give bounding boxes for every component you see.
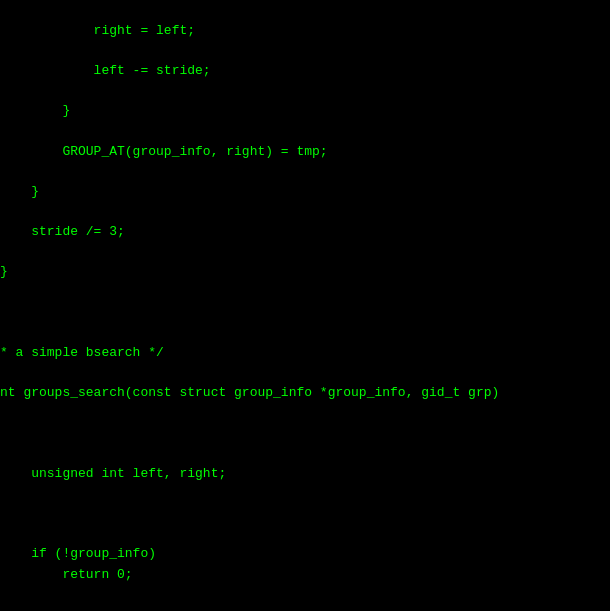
code-line: } bbox=[0, 182, 610, 202]
code-line bbox=[0, 41, 610, 61]
code-editor: right = left; left -= stride; } GROUP_AT… bbox=[0, 0, 610, 611]
code-line bbox=[0, 444, 610, 464]
code-line bbox=[0, 403, 610, 423]
code-line bbox=[0, 605, 610, 611]
code-line: } bbox=[0, 262, 610, 282]
code-line: stride /= 3; bbox=[0, 222, 610, 242]
code-line bbox=[0, 162, 610, 182]
code-line bbox=[0, 323, 610, 343]
code-line bbox=[0, 424, 610, 444]
code-line: right = left; bbox=[0, 21, 610, 41]
code-line: if (!group_info) bbox=[0, 544, 610, 564]
code-line bbox=[0, 202, 610, 222]
code-line bbox=[0, 81, 610, 101]
code-line bbox=[0, 242, 610, 262]
code-line bbox=[0, 484, 610, 504]
code-line: nt groups_search(const struct group_info… bbox=[0, 383, 610, 403]
code-line: return 0; bbox=[0, 565, 610, 585]
code-line: GROUP_AT(group_info, right) = tmp; bbox=[0, 142, 610, 162]
code-line bbox=[0, 363, 610, 383]
code-line bbox=[0, 524, 610, 544]
code-line: } bbox=[0, 101, 610, 121]
code-line: left -= stride; bbox=[0, 61, 610, 81]
code-line: unsigned int left, right; bbox=[0, 464, 610, 484]
code-line bbox=[0, 504, 610, 524]
code-line bbox=[0, 283, 610, 303]
code-line: * a simple bsearch */ bbox=[0, 343, 610, 363]
code-line bbox=[0, 122, 610, 142]
code-line bbox=[0, 303, 610, 323]
code-line bbox=[0, 585, 610, 605]
